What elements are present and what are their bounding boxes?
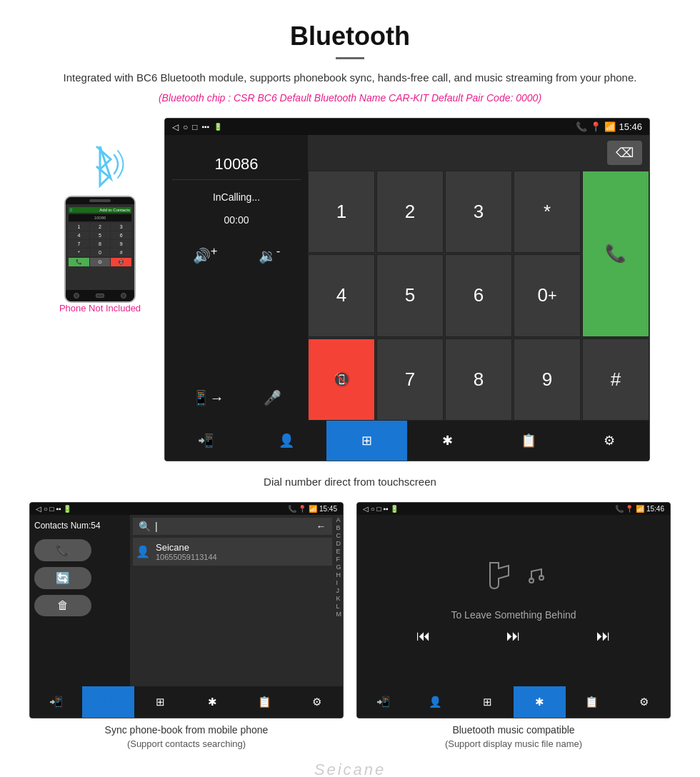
music-stb-settings[interactable]: ⚙ xyxy=(618,686,670,718)
tb-phonebook[interactable]: 📋 xyxy=(488,421,569,461)
key-0plus[interactable]: 0+ xyxy=(514,254,581,336)
bottom-screenshots-section: ◁ ○ □ ▪▪ 🔋 📞 📍 📶 15:45 Contacts Num:54 📞… xyxy=(0,495,700,756)
contacts-screen-block: ◁ ○ □ ▪▪ 🔋 📞 📍 📶 15:45 Contacts Num:54 📞… xyxy=(29,502,344,749)
music-caption: Bluetooth music compatible xyxy=(449,718,577,738)
alpha-index: A B C D E F G H I J K L M xyxy=(335,515,344,686)
music-body: To Leave Something Behind ⏮ ⏭ ⏭ xyxy=(357,515,670,686)
location-status-icon: 📍 xyxy=(590,121,601,132)
battery-icon: 🔋 xyxy=(214,123,222,131)
main-android-screen: ◁ ○ □ ▪▪▪ 🔋 📞 📍 📶 15:46 10086 InCalling.… xyxy=(164,118,650,461)
tb-bluetooth[interactable]: ✱ xyxy=(407,421,488,461)
music-icon-area xyxy=(481,557,546,599)
key-4[interactable]: 4 xyxy=(308,254,375,336)
contacts-body: Contacts Num:54 📞 🔄 🗑 🔍 | ← xyxy=(30,515,343,686)
contact-search-row: 🔍 | ← xyxy=(133,518,332,535)
page-spec: (Bluetooth chip : CSR BC6 Default Blueto… xyxy=(43,92,657,104)
signal-icon: ▪▪▪ xyxy=(202,123,210,131)
stb-bluetooth[interactable]: ✱ xyxy=(186,686,239,718)
key-6[interactable]: 6 xyxy=(445,254,512,336)
hangup-button[interactable]: 📵 xyxy=(308,339,375,421)
dialer-status: InCalling... xyxy=(172,191,301,203)
music-stb-bluetooth[interactable]: ✱ xyxy=(514,686,566,718)
phone-not-included-label: Phone Not Included xyxy=(59,303,141,314)
contacts-toolbar: 📲 👤 ⊞ ✱ 📋 ⚙ xyxy=(30,686,343,718)
title-divider xyxy=(336,57,364,59)
contacts-status-bar: ◁ ○ □ ▪▪ 🔋 📞 📍 📶 15:45 xyxy=(30,503,343,515)
stb-phonebook[interactable]: 📋 xyxy=(239,686,291,718)
dialer-extra-controls: 📱→ 🎤 xyxy=(172,389,301,406)
numpad: 1 2 3 * 📞 4 5 6 0+ 📵 7 8 9 # xyxy=(308,171,649,421)
music-toolbar: 📲 👤 ⊞ ✱ 📋 ⚙ xyxy=(357,686,670,718)
main-caption: Dial number direct from touchscreen xyxy=(0,468,700,495)
contact-name: Seicane xyxy=(156,542,329,553)
contact-avatar-icon: 👤 xyxy=(136,545,150,558)
contacts-right-panel: 🔍 | ← 👤 Seicane 10655059113144 xyxy=(130,515,343,686)
music-stb-keypad[interactable]: ⊞ xyxy=(461,686,514,718)
stb-keypad[interactable]: ⊞ xyxy=(134,686,186,718)
contacts-count: Contacts Num:54 xyxy=(34,521,126,531)
contacts-nav-icons: ◁ ○ □ ▪▪ 🔋 xyxy=(36,505,71,513)
key-9[interactable]: 9 xyxy=(514,339,581,421)
stb-call[interactable]: 📲 xyxy=(30,686,82,718)
music-screen-block: ◁ ○ □ ▪▪ 🔋 📞 📍 📶 15:46 xyxy=(356,502,671,749)
music-status-bar: ◁ ○ □ ▪▪ 🔋 📞 📍 📶 15:46 xyxy=(357,503,670,515)
contact-info: Seicane 10655059113144 xyxy=(156,542,329,561)
transfer-icon[interactable]: 📱→ xyxy=(192,389,224,406)
delete-button[interactable]: ⌫ xyxy=(607,141,642,165)
contact-delete-btn[interactable]: 🗑 xyxy=(34,595,91,616)
phone-status-icon: 📞 xyxy=(576,121,587,132)
dialer-main: 10086 InCalling... 00:00 🔊+ 🔉- 📱→ 🎤 ⌫ xyxy=(165,135,649,421)
music-nav-icons: ◁ ○ □ ▪▪ 🔋 xyxy=(363,505,399,513)
stb-settings[interactable]: ⚙ xyxy=(291,686,343,718)
music-stb-phonebook[interactable]: 📋 xyxy=(566,686,618,718)
contact-number: 10655059113144 xyxy=(156,553,329,561)
phone-music-icon xyxy=(481,557,517,599)
mic-icon[interactable]: 🎤 xyxy=(264,389,281,406)
key-7[interactable]: 7 xyxy=(376,339,444,421)
key-8[interactable]: 8 xyxy=(445,339,512,421)
music-status-right: 📞 📍 📶 15:46 xyxy=(615,505,664,513)
vol-down-icon[interactable]: 🔉- xyxy=(259,244,281,264)
tb-settings[interactable]: ⚙ xyxy=(569,421,649,461)
page-header: Bluetooth Integrated with BC6 Bluetooth … xyxy=(0,0,700,111)
dialer-call-time: 00:00 xyxy=(172,214,301,226)
key-2[interactable]: 2 xyxy=(376,171,444,253)
svg-point-0 xyxy=(529,578,534,583)
delete-row: ⌫ xyxy=(308,135,649,171)
tb-contacts[interactable]: 👤 xyxy=(246,421,326,461)
dialer-number: 10086 xyxy=(172,149,301,180)
wifi-status-icon: 📶 xyxy=(604,121,616,132)
contacts-left-panel: Contacts Num:54 📞 🔄 🗑 xyxy=(30,515,130,686)
key-3[interactable]: 3 xyxy=(445,171,512,253)
music-caption-sub: (Support display music file name) xyxy=(445,738,582,749)
status-left-icons: ◁ ○ □ ▪▪▪ 🔋 xyxy=(172,122,222,132)
dialer-left-panel: 10086 InCalling... 00:00 🔊+ 🔉- 📱→ 🎤 xyxy=(165,135,308,421)
music-stb-call[interactable]: 📲 xyxy=(357,686,409,718)
play-button[interactable]: ⏭ xyxy=(506,628,521,644)
music-controls: ⏮ ⏭ ⏭ xyxy=(357,628,670,644)
contact-call-btn[interactable]: 📞 xyxy=(34,539,91,561)
tb-call-transfer[interactable]: 📲 xyxy=(165,421,246,461)
phone-mockup: ≡ Add to Contacts 10086 123 456 789 *0# … xyxy=(64,196,136,303)
next-button[interactable]: ⏭ xyxy=(596,628,611,644)
key-1[interactable]: 1 xyxy=(308,171,375,253)
dialer-volume-controls: 🔊+ 🔉- xyxy=(172,244,301,264)
prev-button[interactable]: ⏮ xyxy=(416,628,431,644)
contacts-caption-sub: (Support contacts searching) xyxy=(127,738,246,749)
dialer-right-panel: ⌫ 1 2 3 * 📞 4 5 6 0+ 📵 7 8 9 # xyxy=(308,135,649,421)
key-hash[interactable]: # xyxy=(582,339,649,421)
vol-up-icon[interactable]: 🔊+ xyxy=(193,244,218,264)
call-button[interactable]: 📞 xyxy=(582,171,649,337)
contact-sync-btn[interactable]: 🔄 xyxy=(34,567,91,589)
contacts-caption: Sync phone-book from mobile phone xyxy=(102,718,271,738)
key-star[interactable]: * xyxy=(514,171,581,253)
status-right-icons: 📞 📍 📶 15:46 xyxy=(576,121,642,132)
music-stb-contacts[interactable]: 👤 xyxy=(409,686,461,718)
contacts-status-right: 📞 📍 📶 15:45 xyxy=(288,505,337,513)
stb-contacts[interactable]: 👤 xyxy=(82,686,134,718)
contact-item[interactable]: 👤 Seicane 10655059113144 xyxy=(133,538,332,566)
tb-keypad[interactable]: ⊞ xyxy=(326,421,407,461)
page-description: Integrated with BC6 Bluetooth module, su… xyxy=(43,69,657,86)
key-5[interactable]: 5 xyxy=(376,254,444,336)
contacts-screen: ◁ ○ □ ▪▪ 🔋 📞 📍 📶 15:45 Contacts Num:54 📞… xyxy=(29,502,344,718)
